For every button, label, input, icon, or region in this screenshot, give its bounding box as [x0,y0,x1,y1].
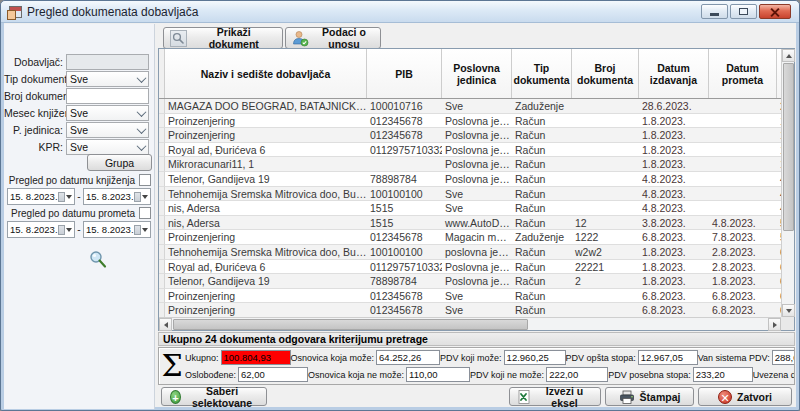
booking-date-filter-label: Pregled po datumu knjiženja [9,175,135,186]
grid-header: Naziv i sedište dobavljačaPIBPoslovna je… [159,49,781,99]
filter-combo-p-jedinica[interactable]: Sve [66,122,149,138]
scroll-up-button[interactable] [782,49,795,62]
cell-pib: 100010716 [367,99,442,114]
booking-date-checkbox[interactable] [139,174,151,186]
filter-combo-kpr[interactable]: Sve [66,139,149,155]
cell-datum-izdavanja: 1.8.2023. [639,260,709,275]
cell-tip-dokumenta: Račun [512,216,572,231]
cell-poslovna-jedinica: Poslovna jedinica 1 [442,128,512,143]
turnover-date-checkbox[interactable] [139,207,151,219]
vertical-scrollbar[interactable] [781,49,794,317]
cell-datum-izdavanja: 4.8.2023. [639,187,709,202]
cell-broj-dokumenta [572,187,639,202]
turnover-date-to-picker[interactable]: 15. 8.2023. [83,221,151,238]
table-row[interactable]: Royal ad, Đurićeva 60112975710332Poslovn… [159,143,781,158]
table-row[interactable]: Royal ad, Đurićeva 60112975710332Poslovn… [159,260,781,275]
turnover-date-filter-label: Pregled po datumu prometa [11,208,135,219]
cell-datum-izdavanja: 1.8.2023. [639,274,709,289]
cell-datum-izdavanja: 3.8.2023. [639,216,709,231]
horizontal-scroll-thumb[interactable] [173,319,528,330]
table-row[interactable]: Tehnohemija Sremska Mitrovica doo, Bul. … [159,245,781,260]
cell-pib: 1515 [367,201,442,216]
filter-combo-tip-dokumenta[interactable]: Sve [66,71,149,87]
cell-broj-dokumenta [572,128,639,143]
horizontal-scrollbar[interactable] [159,317,781,330]
table-row[interactable]: Proinzenjering012345678SveRačun6.8.2023.… [159,303,781,318]
summary-item: PDV opšta stopa:12.967,05 [566,350,698,365]
minimize-button[interactable] [701,4,728,19]
scroll-left-button[interactable] [159,318,172,331]
summary-label: Ukupno: [185,353,221,363]
table-row[interactable]: MAGAZA DOO BEOGRAD, BATAJNICKI DRUM 3011… [159,99,781,114]
entry-info-button[interactable]: Podaci o unosu [285,27,381,49]
minimize-icon [710,13,719,16]
summary-value: 233,20 [693,367,753,382]
maximize-button[interactable] [730,4,757,19]
show-document-button[interactable]: Prikaži dokument [163,27,283,49]
excel-icon [518,390,532,404]
table-row[interactable]: Telenor, Gandijeva 1978898784Poslovna je… [159,172,781,187]
scroll-down-button[interactable] [782,304,795,317]
close-form-button[interactable]: ✕ Zatvori [698,387,792,406]
table-row[interactable]: nis, Adersa1515SveRačun4.8.2023.4 [159,201,781,216]
search-icon[interactable] [88,250,108,270]
cell-naziv: Royal ad, Đurićeva 6 [165,260,367,275]
column-header-1[interactable]: Naziv i sedište dobavljača [165,49,367,98]
chevron-down-icon [134,72,148,86]
column-header-3[interactable]: Poslovna jedinica [442,49,512,98]
cell-pib: 012345678 [367,289,442,304]
table-row[interactable]: nis, Adersa1515www.AutoDiler.meRačun123.… [159,216,781,231]
cell-broj-dokumenta: 1222 [572,230,639,245]
summary-label: Oslobođene: [185,370,238,380]
table-row[interactable]: Telenor, Gandijeva 1978898784Poslovna je… [159,274,781,289]
table-row[interactable]: Proinzenjering012345678SveRačun6.8.2023.… [159,289,781,304]
summary-label: PDV koji ne može: [470,370,546,380]
combo-value: Sve [67,141,134,153]
cell-naziv: Mikroracunari11, 1 [165,157,367,172]
summary-item: Van sistema PDV:288,00 [698,350,794,365]
booking-date-to-picker[interactable]: 15. 8.2023. [83,188,151,205]
table-row[interactable]: Tehnohemija Sremska Mitrovica doo, Bul. … [159,187,781,202]
column-header-5[interactable]: Broj dokumenta [572,49,639,98]
column-header-7[interactable]: Datum prometa [709,49,777,98]
table-row[interactable]: Proinzenjering012345678Magacin materijal… [159,230,781,245]
filter-input-dobavljac[interactable] [66,54,149,70]
calendar-icon [134,225,141,235]
close-button[interactable] [759,4,791,19]
cell-pib: 78898784 [367,172,442,187]
table-row[interactable]: Proinzenjering012345678Poslovna jedinica… [159,128,781,143]
filter-input-broj-dokumenta[interactable] [66,88,149,104]
cell-naziv: Proinzenjering [165,289,367,304]
scroll-right-button[interactable] [768,318,781,331]
summary-item: Uvezena dobra:2.440,00 [753,367,794,382]
summary-label: PDV opšta stopa: [566,353,638,363]
summary-value: 12.967,05 [638,350,698,365]
group-button[interactable]: Grupa [87,154,152,171]
sum-selected-button[interactable]: + Saberi selektovane [161,387,267,406]
column-header-4[interactable]: Tip dokumenta [512,49,572,98]
cell-tip-dokumenta: Račun [512,143,572,158]
table-row[interactable]: Proinzenjering012345678Poslovna jedinica… [159,114,781,129]
cell-tip-dokumenta: Račun [512,303,572,318]
turnover-date-from-picker[interactable]: 15. 8.2023. [7,221,75,238]
table-row[interactable]: Mikroracunari11, 1Poslovna jedinica 1Rač… [159,157,781,172]
column-header-6[interactable]: Datum izdavanja [639,49,709,98]
cell-tip-dokumenta: Račun [512,114,572,129]
filter-combo-mesec-knjizenja[interactable]: Sve [66,105,149,121]
cell-datum-prometa: 4.8.2023. [709,216,777,231]
plus-icon: + [170,390,181,404]
column-header-2[interactable]: PIB [367,49,442,98]
filter-label-dobavljac: Dobavljač: [4,56,66,68]
cell-broj-dokumenta: 22221 [572,260,639,275]
cell-datum-izdavanja: 28.6.2023. [639,99,709,114]
cell-poslovna-jedinica: Sve [442,201,512,216]
cell-pib: 012345678 [367,230,442,245]
booking-date-from-picker[interactable]: 15. 8.2023. [7,188,75,205]
vertical-scroll-thumb[interactable] [783,63,794,231]
cell-poslovna-jedinica: Poslovna jedinica 1 [442,143,512,158]
export-excel-button[interactable]: Izvezi u eksel [509,387,601,406]
summary-label: Uvezena dobra: [753,370,794,380]
cell-poslovna-jedinica: Poslovna jedinica 1 [442,114,512,129]
cell-datum-prometa: 6.8.2023. [709,289,777,304]
print-button[interactable]: Štampaj [605,387,694,406]
